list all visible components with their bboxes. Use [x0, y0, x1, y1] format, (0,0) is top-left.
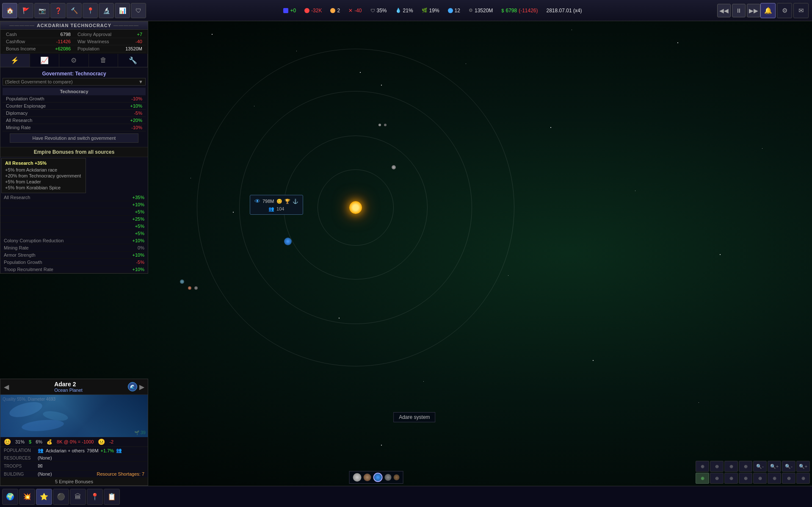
gov-row-label: Population Growth — [3, 95, 105, 103]
colony-approval-label: Colony Approval — [77, 32, 111, 37]
system-planet-strip[interactable] — [349, 471, 403, 484]
distant-planet-3[interactable] — [194, 286, 198, 290]
top-bar: 🏠 🚩 📷 ❓ 🔨 📍 🔬 📊 🛡 +0 -32K 2 ✕ -40 🛡 35% — [0, 0, 812, 21]
popup-cash: 798M — [262, 199, 274, 204]
tab-gear[interactable]: ⚙ — [59, 54, 89, 67]
tab-settings[interactable]: 🔧 — [118, 54, 148, 67]
ctrl-4[interactable]: ⊕ — [739, 461, 752, 472]
distant-planet-2[interactable] — [188, 286, 191, 290]
btn-planets[interactable]: 🌍 — [2, 489, 18, 505]
tooltip-row-2: +20% from Technocracy government — [5, 173, 82, 179]
ctrl-9[interactable]: ⊕ — [696, 473, 709, 484]
ctrl-14[interactable]: ⊕ — [768, 473, 781, 484]
nav-btn-home[interactable]: 🏠 — [2, 3, 17, 18]
btn-combat[interactable]: 💥 — [19, 489, 35, 505]
popup-population-icon: 👥 — [268, 206, 274, 212]
ctrl-13[interactable]: ⊕ — [753, 473, 767, 484]
gov-row-label: Diplomacy — [3, 110, 105, 117]
bonus-value: +5% — [135, 231, 144, 236]
revolution-btn[interactable]: Have Revolution and switch government — [10, 133, 138, 143]
strip-planet-2[interactable] — [364, 474, 371, 481]
cash-icon-top: $ — [501, 8, 504, 13]
bonus-income-row: Bonus Income +62086 — [3, 45, 74, 53]
tab-chart[interactable]: 📈 — [30, 54, 60, 67]
ctrl-8[interactable]: 🔍+ — [796, 461, 810, 472]
nav-btn-graph[interactable]: 📊 — [115, 3, 130, 18]
morale-icon: 😊 — [4, 438, 11, 445]
btn-buildings[interactable]: 🏛 — [70, 489, 86, 505]
tab-energy[interactable]: ⚡ — [0, 54, 30, 67]
planet-popup-stats: 👥 104 — [254, 205, 299, 213]
left-panel: ACKDARIAN TECHNOCRACY Cash 6798 Colony A… — [0, 21, 148, 274]
bonus-row: Colony Corruption Reduction+10% — [0, 237, 148, 244]
population-value: 13520M — [475, 8, 493, 14]
pop-race: Ackdarian + others — [46, 448, 85, 453]
tooltip-row-4: +5% from Korabbian Spice — [5, 185, 82, 191]
gov-table: Technocracy Population Growth-10%Counter… — [3, 88, 146, 131]
ctrl-3[interactable]: ⊕ — [724, 461, 738, 472]
btn-dots[interactable]: ⚫ — [53, 489, 69, 505]
nav-btn-flask[interactable]: 🔬 — [99, 3, 114, 18]
stat-shield: 🛡 35% — [370, 8, 387, 14]
playback-forward[interactable]: ▶▶ — [747, 4, 760, 17]
colony-name-type: Adare 2 Ocean Planet — [54, 381, 83, 393]
planet-1[interactable] — [392, 165, 396, 169]
bonuses-panel: Empire Bonuses from all sources All Rese… — [0, 147, 148, 273]
ctrl-1[interactable]: ⊕ — [696, 461, 709, 472]
playback-pause[interactable]: ⏸ — [732, 4, 746, 17]
ctrl-6[interactable]: 🔍+ — [768, 461, 781, 472]
stat-leaf: 🌿 19% — [422, 8, 439, 14]
btn-stars[interactable]: ⭐ — [36, 489, 52, 505]
btn-reports[interactable]: 📋 — [104, 489, 120, 505]
gov-row-value: -10% — [105, 124, 146, 131]
strip-planet-5[interactable] — [394, 474, 400, 480]
tax-icon: $ — [29, 439, 31, 444]
adare-system-label: Adare system — [393, 412, 435, 422]
ctrl-11[interactable]: ⊕ — [724, 473, 738, 484]
stat-water: 💧 21% — [395, 8, 413, 14]
distant-planet-1[interactable] — [180, 280, 184, 284]
nav-btn-help[interactable]: ❓ — [50, 3, 66, 18]
gov-compare-dropdown[interactable]: (Select Government to compare) ▼ — [3, 78, 146, 86]
planet-popup[interactable]: 👁 798M 😊 🏆 ⚓ 👥 104 — [250, 195, 303, 215]
tab-delete[interactable]: 🗑 — [89, 54, 119, 67]
notif-btn-settings[interactable]: ⚙ — [777, 3, 792, 18]
income-icon: 💰 — [47, 439, 52, 445]
morale-val: 31% — [15, 439, 25, 444]
nav-btn-shield[interactable]: 🛡 — [131, 3, 146, 18]
ctrl-10[interactable]: ⊕ — [710, 473, 724, 484]
notif-btn-mail[interactable]: ✉ — [793, 3, 809, 18]
cashflow-icon — [304, 8, 309, 13]
stat-influence: +0 — [283, 8, 296, 14]
playback-rewind[interactable]: ◀◀ — [717, 4, 731, 17]
ctrl-16[interactable]: ⊕ — [796, 473, 810, 484]
ctrl-5[interactable]: 🔍- — [753, 461, 767, 472]
nav-btn-camera[interactable]: 📷 — [34, 3, 50, 18]
cash-top-value: 6798 — [505, 8, 517, 14]
colony-nav-left[interactable]: ◀ — [4, 383, 9, 391]
nav-btn-flag[interactable]: 🚩 — [18, 3, 33, 18]
colony-thumbnail: Quality 55%, Diameter 4693 🌱 39 — [0, 395, 148, 437]
ctrl-7[interactable]: 🔍- — [782, 461, 795, 472]
tooltip-title: All Research +35% — [5, 161, 82, 166]
ctrl-12[interactable]: ⊕ — [739, 473, 752, 484]
strip-planet-1[interactable] — [353, 473, 362, 482]
cashflow-label: Cashflow — [6, 39, 25, 44]
ctrl-2[interactable]: ⊕ — [710, 461, 724, 472]
bottom-bar: 🌍 💥 ⭐ ⚫ 🏛 📍 📋 — [0, 486, 812, 507]
planet-3-adare[interactable] — [284, 238, 292, 245]
colony-panel: ◀ Adare 2 Ocean Planet 🌊 ▶ Quality 55%, … — [0, 379, 148, 486]
asteroid-1 — [378, 124, 381, 126]
strip-planet-3-active[interactable] — [373, 473, 383, 482]
colony-nav-right[interactable]: ▶ — [139, 383, 144, 391]
notif-btn-bell[interactable]: 🔔 — [760, 3, 776, 18]
nav-btn-marker[interactable]: 📍 — [83, 3, 98, 18]
btn-locations[interactable]: 📍 — [87, 489, 103, 505]
government-panel: Government: Technocracy (Select Governme… — [0, 67, 148, 147]
gov-row-value: +10% — [105, 103, 146, 110]
bonuses-title: Empire Bonuses from all sources — [0, 147, 148, 157]
ctrl-15[interactable]: ⊕ — [782, 473, 795, 484]
strip-planet-4[interactable] — [385, 474, 392, 481]
nav-btn-wrench[interactable]: 🔨 — [66, 3, 82, 18]
eye-value: 12 — [455, 8, 460, 14]
